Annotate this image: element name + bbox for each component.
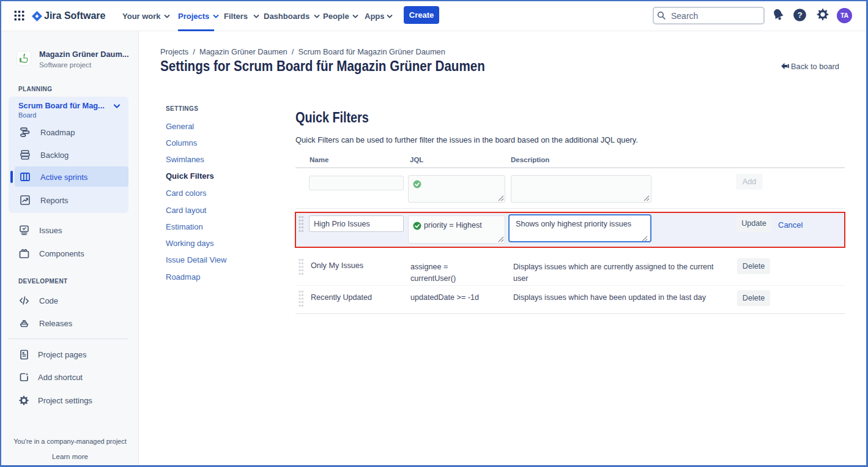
svg-text:?: ? xyxy=(797,10,802,20)
